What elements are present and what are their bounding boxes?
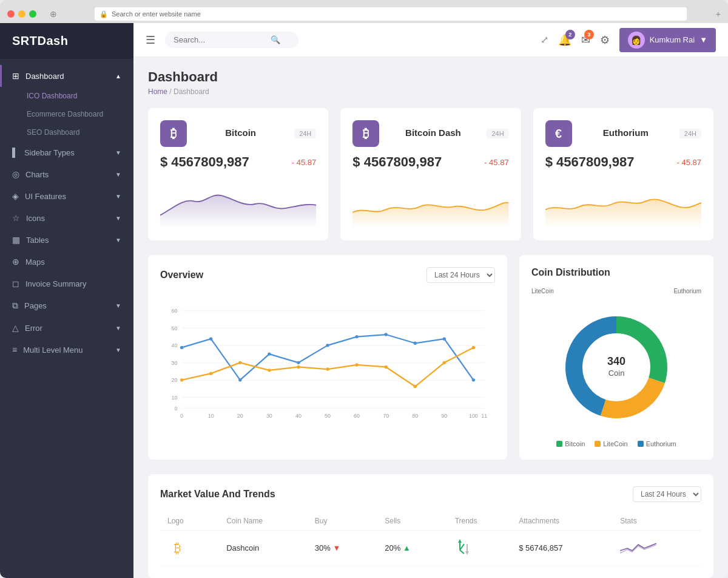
bitcoin-dash-change: - 45.87 bbox=[484, 158, 508, 167]
col-attachments: Attachments bbox=[511, 512, 613, 531]
bitcoin-dash-sparkline bbox=[352, 180, 508, 228]
user-button[interactable]: 👩 Kumkum Rai ▼ bbox=[619, 28, 716, 52]
search-input[interactable] bbox=[174, 35, 271, 44]
sells-percent: 20% bbox=[385, 543, 400, 552]
market-card: Market Value And Trends Last 24 Hours Lo… bbox=[148, 474, 713, 578]
market-time-select[interactable]: Last 24 Hours bbox=[633, 486, 701, 502]
sidebar-item-invoice-summary[interactable]: ◻ Invoice Summary bbox=[0, 273, 133, 294]
sidebar-item-error[interactable]: △ Error ▼ bbox=[0, 317, 133, 339]
breadcrumb: Home / Dashboard bbox=[148, 87, 218, 96]
sidebar-item-ico-dashboard[interactable]: ICO Dashboard bbox=[0, 87, 133, 105]
svg-text:0: 0 bbox=[180, 413, 183, 419]
bitcoin-change: - 45.87 bbox=[292, 158, 316, 167]
svg-point-31 bbox=[326, 344, 329, 347]
mail-badge: 3 bbox=[584, 30, 594, 39]
sidebar-item-dashboard[interactable]: ⊞ Dashboard ▲ bbox=[0, 65, 133, 87]
legend-euthorium: Euthorium bbox=[638, 440, 676, 447]
col-logo: Logo bbox=[160, 512, 219, 531]
sidebar-types-label: Sidebar Types bbox=[24, 148, 75, 157]
svg-point-51 bbox=[584, 335, 649, 400]
svg-text:40: 40 bbox=[295, 413, 302, 419]
tables-arrow: ▼ bbox=[115, 237, 121, 243]
dot-green[interactable] bbox=[29, 10, 36, 18]
sidebar-logo: SRTDash bbox=[0, 23, 133, 59]
ui-features-arrow: ▼ bbox=[115, 193, 121, 200]
row-stats bbox=[613, 531, 701, 566]
invoice-label: Invoice Summary bbox=[25, 279, 86, 288]
euthorium-badge: 24H bbox=[679, 129, 701, 138]
svg-point-40 bbox=[268, 369, 271, 372]
sidebar-item-charts[interactable]: ◎ Charts ▼ bbox=[0, 163, 133, 185]
maps-icon: ⊕ bbox=[12, 257, 19, 267]
col-trends: Trends bbox=[448, 512, 512, 531]
distribution-card: Coin Distribution LiteCoin Euthorium bbox=[519, 255, 713, 460]
market-table-head: Logo Coin Name Buy Sells Trends Attachme… bbox=[160, 512, 701, 531]
sidebar-item-icons[interactable]: ☆ Icons ▼ bbox=[0, 207, 133, 229]
expand-icon[interactable]: ⤢ bbox=[541, 34, 548, 46]
svg-text:10: 10 bbox=[172, 395, 178, 401]
tables-icon: ▦ bbox=[12, 235, 20, 245]
pages-label: Pages bbox=[24, 301, 47, 310]
dot-yellow[interactable] bbox=[18, 10, 25, 18]
euthorium-card-header: € Euthorium 24H bbox=[545, 120, 701, 147]
charts-icon: ◎ bbox=[12, 169, 19, 179]
sidebar-item-sidebar-types[interactable]: ▌ Sidebar Types ▼ bbox=[0, 141, 133, 163]
col-coin-name: Coin Name bbox=[219, 512, 308, 531]
legend-dot-bitcoin bbox=[556, 441, 562, 447]
legend-label-euthorium: Euthorium bbox=[646, 440, 676, 447]
overview-time-select[interactable]: Last 24 Hours bbox=[426, 267, 495, 283]
sidebar-item-ui-features[interactable]: ◈ UI Features ▼ bbox=[0, 185, 133, 207]
overview-title: Overview bbox=[160, 270, 203, 280]
col-sells: Sells bbox=[377, 512, 447, 531]
multi-level-label: Multi Level Menu bbox=[23, 345, 83, 355]
sidebar-item-pages[interactable]: ⧉ Pages ▼ bbox=[0, 294, 133, 317]
col-buy: Buy bbox=[308, 512, 377, 531]
euthorium-chart bbox=[545, 180, 701, 228]
sidebar-item-maps[interactable]: ⊕ Maps bbox=[0, 251, 133, 273]
dashboard-arrow: ▲ bbox=[115, 73, 121, 80]
notification-btn[interactable]: 🔔 2 bbox=[558, 33, 571, 47]
hamburger-icon[interactable]: ☰ bbox=[146, 33, 155, 47]
litecoin-label: LiteCoin bbox=[531, 288, 554, 294]
overview-card: Overview Last 24 Hours bbox=[148, 255, 507, 460]
svg-point-26 bbox=[180, 346, 183, 349]
new-tab-btn[interactable]: + bbox=[716, 9, 721, 19]
address-bar[interactable]: 🔒 Search or enter website name bbox=[95, 7, 687, 21]
sidebar-item-tables[interactable]: ▦ Tables ▼ bbox=[0, 229, 133, 251]
error-label: Error bbox=[25, 324, 42, 333]
back-forward: ⊕ bbox=[41, 9, 66, 19]
euthorium-card: € Euthorium 24H $ 4567809,987 - 45.87 bbox=[533, 108, 713, 240]
euthorium-name: Euthorium bbox=[603, 127, 649, 138]
settings-btn[interactable]: ⚙ bbox=[600, 33, 610, 47]
ui-features-label: UI Features bbox=[25, 192, 66, 201]
market-table: Logo Coin Name Buy Sells Trends Attachme… bbox=[160, 512, 701, 566]
page-title-section: Dashboard Home / Dashboard bbox=[148, 69, 218, 96]
legend-dot-litecoin bbox=[595, 441, 601, 447]
search-icon: 🔍 bbox=[271, 35, 280, 44]
sidebar: SRTDash ⊞ Dashboard ▲ ICO Dashboard Ecom… bbox=[0, 23, 133, 578]
mail-btn[interactable]: ✉ 3 bbox=[581, 33, 590, 47]
legend-litecoin: LiteCoin bbox=[595, 440, 627, 447]
svg-point-42 bbox=[326, 367, 329, 370]
svg-point-39 bbox=[238, 361, 241, 364]
dot-red[interactable] bbox=[7, 10, 15, 18]
svg-text:30: 30 bbox=[172, 360, 178, 366]
svg-point-33 bbox=[384, 333, 387, 336]
sidebar-item-seo-dashboard[interactable]: SEO Dashboard bbox=[0, 123, 133, 141]
breadcrumb-home[interactable]: Home bbox=[148, 87, 167, 96]
multi-level-icon: ≡ bbox=[12, 345, 17, 355]
browser-dots bbox=[7, 10, 36, 18]
dashboard-icon: ⊞ bbox=[12, 71, 19, 81]
bitcoin-amount-row: $ 4567809,987 - 45.87 bbox=[160, 154, 316, 170]
svg-point-35 bbox=[443, 337, 446, 340]
charts-label: Charts bbox=[25, 170, 49, 179]
row-attachments: $ 56746,857 bbox=[511, 531, 613, 566]
bitcoin-name: Bitcoin bbox=[225, 127, 256, 138]
bitcoin-dash-card-header: ₿ Bitcoin Dash 24H bbox=[352, 120, 508, 147]
distribution-title: Coin Distribution bbox=[531, 267, 610, 278]
sidebar-item-ecommerce-dashboard[interactable]: Ecommerce Dashboard bbox=[0, 105, 133, 123]
sidebar-item-multi-level-menu[interactable]: ≡ Multi Level Menu ▼ bbox=[0, 339, 133, 361]
bottom-section: Overview Last 24 Hours bbox=[148, 255, 713, 460]
search-box[interactable]: 🔍 bbox=[165, 32, 298, 48]
buy-direction-icon: ▼ bbox=[333, 543, 341, 552]
